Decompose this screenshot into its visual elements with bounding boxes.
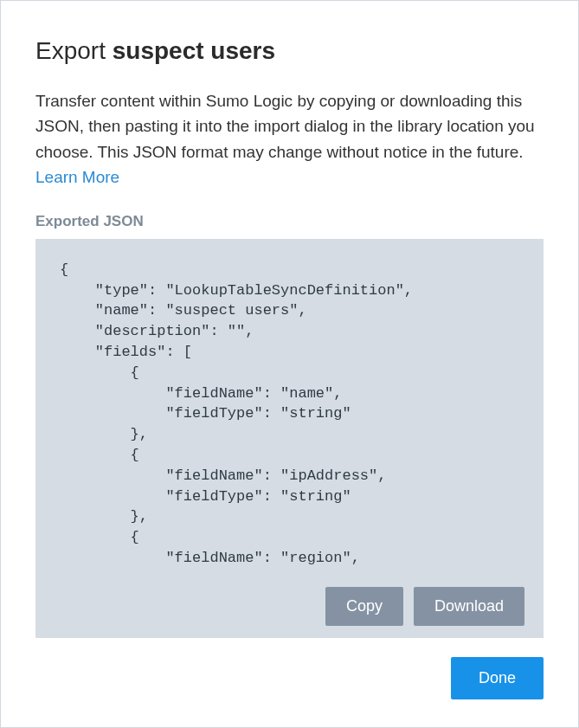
dialog-description-text: Transfer content within Sumo Logic by co… bbox=[35, 92, 535, 161]
dialog-title: Export suspect users bbox=[35, 35, 544, 66]
learn-more-link[interactable]: Learn More bbox=[35, 168, 119, 186]
exported-json-code[interactable]: { "type": "LookupTableSyncDefinition", "… bbox=[35, 239, 544, 638]
copy-button[interactable]: Copy bbox=[325, 587, 403, 626]
dialog-footer: Done bbox=[35, 638, 544, 699]
download-button[interactable]: Download bbox=[414, 587, 524, 626]
code-actions: Copy Download bbox=[325, 587, 524, 626]
dialog-title-item: suspect users bbox=[113, 37, 275, 64]
dialog-description: Transfer content within Sumo Logic by co… bbox=[35, 88, 544, 190]
done-button[interactable]: Done bbox=[451, 657, 544, 699]
dialog-title-prefix: Export bbox=[35, 37, 113, 64]
code-wrapper: { "type": "LookupTableSyncDefinition", "… bbox=[35, 239, 544, 638]
export-dialog: Export suspect users Transfer content wi… bbox=[0, 0, 579, 728]
exported-json-label: Exported JSON bbox=[35, 213, 544, 230]
